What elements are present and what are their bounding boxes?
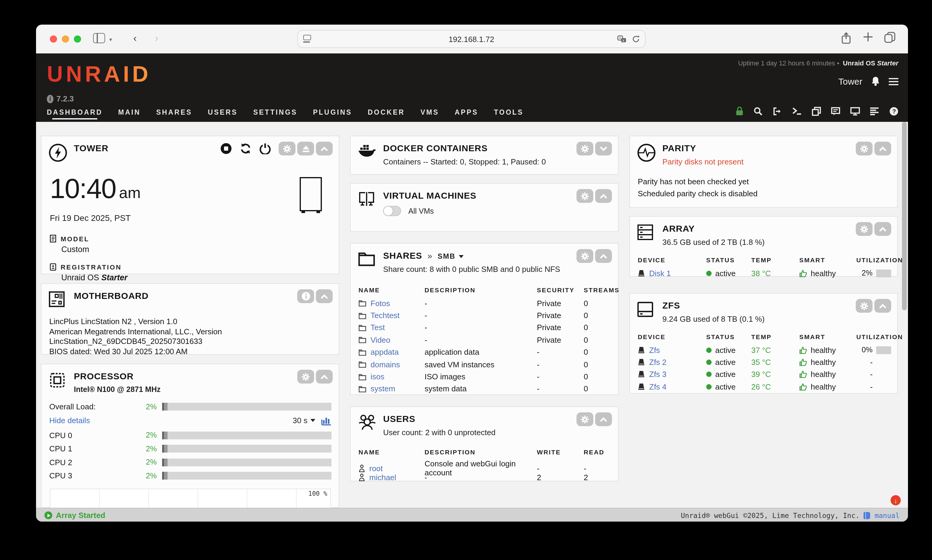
thumbs-up-icon <box>799 383 807 391</box>
share-link[interactable]: domains <box>371 360 400 369</box>
back-button[interactable]: ‹ <box>133 32 137 45</box>
protocol-select[interactable]: SMB <box>438 252 464 260</box>
nav-shares[interactable]: SHARES <box>148 109 200 116</box>
svg-text:x: x <box>622 38 624 42</box>
users-table-header: NAMEDESCRIPTIONWRITEREAD <box>359 445 611 459</box>
nav-settings[interactable]: SETTINGS <box>245 109 305 116</box>
new-tab-icon[interactable] <box>863 32 873 42</box>
array-collapse-button[interactable] <box>874 222 891 236</box>
interval-select[interactable]: 30 s <box>293 416 315 425</box>
nav-plugins[interactable]: PLUGINS <box>305 109 360 116</box>
utilization-bar <box>876 346 891 354</box>
disk-link[interactable]: Zfs 3 <box>649 370 667 379</box>
help-icon[interactable]: ? <box>889 106 898 115</box>
users-collapse-button[interactable] <box>595 412 612 426</box>
reload-icon[interactable] <box>632 35 640 43</box>
translate-icon[interactable]: Ax <box>617 35 626 43</box>
zfs-settings-button[interactable] <box>856 299 873 313</box>
users-summary: User count: 2 with 0 unprotected <box>383 428 495 437</box>
processor-settings-button[interactable] <box>297 370 314 383</box>
server-name[interactable]: Tower <box>838 76 862 86</box>
notifications-bell-icon[interactable] <box>871 76 880 86</box>
nav-vms[interactable]: VMS <box>413 109 447 116</box>
history-chart-icon[interactable] <box>321 415 331 425</box>
user-link[interactable]: michael <box>369 473 396 482</box>
vms-collapse-button[interactable] <box>595 189 612 203</box>
share-link[interactable]: Techtest <box>371 311 400 320</box>
nav-tools[interactable]: TOOLS <box>486 109 531 116</box>
share-link[interactable]: Fotos <box>371 298 390 308</box>
docker-expand-button[interactable] <box>595 142 612 155</box>
address-bar[interactable]: 192.168.1.72 Ax <box>297 30 645 48</box>
feedback-icon[interactable] <box>831 106 840 115</box>
nav-docker[interactable]: DOCKER <box>360 109 413 116</box>
uptime-text: Uptime 1 day 12 hours 6 minutes <box>738 59 835 67</box>
model-label: MODEL <box>61 235 89 242</box>
scroll-down-button[interactable]: ↓ <box>890 495 901 505</box>
copy-icon[interactable] <box>812 106 821 115</box>
nav-main[interactable]: MAIN <box>111 109 149 116</box>
disk-link[interactable]: Zfs 2 <box>649 358 667 367</box>
docker-settings-button[interactable] <box>576 142 593 155</box>
share-link[interactable]: system <box>371 385 395 394</box>
user-link[interactable]: root <box>369 464 383 473</box>
sidebar-icon[interactable] <box>93 33 105 43</box>
dashboard-content: TOWER 10:40am Fri 19 Dec 2025, PST <box>36 122 908 508</box>
menu-hamburger-icon[interactable] <box>889 78 898 85</box>
vms-settings-button[interactable] <box>576 189 593 203</box>
disk-icon <box>638 383 645 391</box>
url-text[interactable]: 192.168.1.72 <box>298 34 645 43</box>
lock-icon[interactable] <box>736 106 743 116</box>
processor-collapse-button[interactable] <box>316 370 333 383</box>
date: Fri 19 Dec 2025, PST <box>50 213 131 223</box>
disk-link[interactable]: Zfs 4 <box>649 382 667 391</box>
tower-power-icon <box>49 143 74 162</box>
scrollbar[interactable] <box>902 122 907 310</box>
tab-overview-icon[interactable] <box>884 32 896 43</box>
shutdown-icon[interactable] <box>259 143 271 154</box>
reboot-icon[interactable] <box>240 143 252 154</box>
terminal-icon[interactable] <box>792 107 802 115</box>
shares-breadcrumb-chevrons: » <box>428 251 432 260</box>
sidebar-chevron-icon[interactable]: ▾ <box>109 37 112 43</box>
tower-collapse-button[interactable] <box>316 142 333 155</box>
all-vms-toggle[interactable] <box>383 206 401 216</box>
hide-details-link[interactable]: Hide details <box>49 416 90 425</box>
motherboard-collapse-button[interactable] <box>316 289 333 303</box>
disk-icon <box>638 371 645 378</box>
tower-settings-button[interactable] <box>279 142 296 155</box>
disk-link[interactable]: Zfs <box>649 345 660 354</box>
close-window-button[interactable] <box>50 35 57 43</box>
reader-icon[interactable] <box>303 35 311 44</box>
manual-link[interactable]: manual <box>875 511 900 520</box>
forward-button[interactable]: › <box>155 32 158 45</box>
stop-array-icon[interactable] <box>220 143 232 154</box>
share-link[interactable]: Video <box>371 335 390 345</box>
search-icon[interactable] <box>754 106 763 115</box>
share-link[interactable]: isos <box>371 372 384 381</box>
nav-users[interactable]: USERS <box>200 109 245 116</box>
logout-icon[interactable] <box>773 106 782 115</box>
zoom-window-button[interactable] <box>74 35 81 43</box>
array-settings-button[interactable] <box>856 222 873 236</box>
users-settings-button[interactable] <box>576 412 593 426</box>
share-link[interactable]: appdata <box>371 348 399 357</box>
motherboard-info-button[interactable] <box>297 289 314 303</box>
nav-dashboard[interactable]: DASHBOARD <box>39 109 111 116</box>
minimize-window-button[interactable] <box>62 35 69 43</box>
display-icon[interactable] <box>850 106 860 115</box>
parity-collapse-button[interactable] <box>874 142 891 155</box>
version-info-icon[interactable]: i <box>47 95 54 103</box>
nav-apps[interactable]: APPS <box>447 109 486 116</box>
share-icon[interactable] <box>841 32 852 45</box>
manual-book-icon <box>864 512 870 519</box>
zfs-collapse-button[interactable] <box>874 299 891 313</box>
shares-settings-button[interactable] <box>576 249 593 263</box>
shares-collapse-button[interactable] <box>595 249 612 263</box>
parity-settings-button[interactable] <box>856 142 873 155</box>
share-link[interactable]: Test <box>371 323 385 332</box>
tower-eject-button[interactable] <box>297 142 314 155</box>
disk-link[interactable]: Disk 1 <box>649 269 671 278</box>
log-icon[interactable] <box>870 107 879 115</box>
unraid-logo[interactable]: UNRAID <box>47 62 151 87</box>
